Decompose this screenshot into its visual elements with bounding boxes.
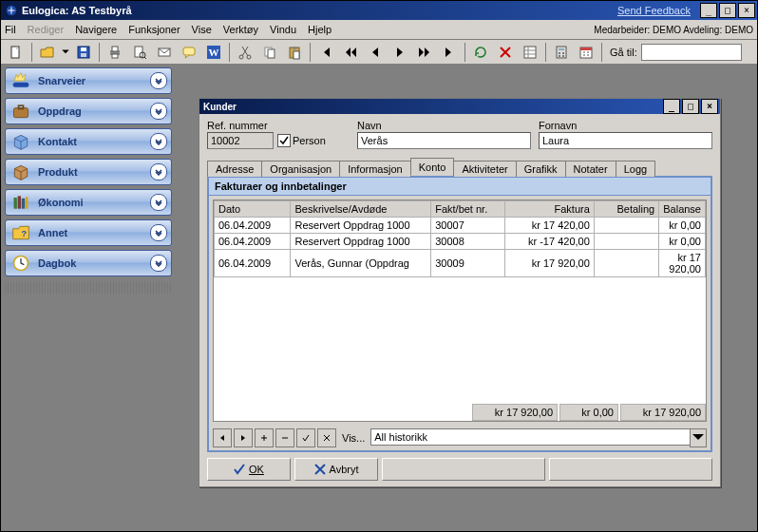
svg-rect-35 xyxy=(22,199,25,209)
svg-point-24 xyxy=(559,52,560,54)
goto-input[interactable] xyxy=(641,44,742,61)
tab-grafikk[interactable]: Grafikk xyxy=(516,161,566,177)
blank-button-2[interactable] xyxy=(549,458,712,481)
col-besk[interactable]: Beskrivelse/Avdøde xyxy=(291,201,431,218)
status-user: Medarbeider: DEMO Avdeling: DEMO xyxy=(594,25,753,35)
vis-combo[interactable] xyxy=(370,428,690,446)
totals-row: kr 17 920,00 kr 0,00 kr 17 920,00 xyxy=(214,404,706,421)
new-icon[interactable] xyxy=(5,41,28,64)
close-button[interactable]: × xyxy=(738,3,755,18)
calendar-icon[interactable] xyxy=(575,41,597,64)
nav-prev-icon[interactable] xyxy=(213,428,232,447)
sidebar-item-dagbok[interactable]: Dagbok xyxy=(5,250,172,276)
delete-icon[interactable] xyxy=(494,41,517,64)
chevron-down-icon xyxy=(150,224,167,241)
ok-button[interactable]: OK xyxy=(207,458,291,481)
vis-dropdown-icon[interactable] xyxy=(690,428,707,447)
prev-icon[interactable] xyxy=(364,41,387,64)
col-bet[interactable]: Betaling xyxy=(594,201,658,218)
print-preview-icon[interactable] xyxy=(128,41,151,64)
nav-post-icon[interactable] xyxy=(296,428,315,447)
navn-input[interactable] xyxy=(357,132,531,149)
sms-icon[interactable] xyxy=(178,41,200,64)
sidebar-item-okonomi[interactable]: Økonomi xyxy=(5,189,172,216)
nav-next-icon[interactable] xyxy=(234,428,253,447)
clock-icon xyxy=(9,253,32,274)
cancel-button[interactable]: Avbryt xyxy=(294,458,378,481)
col-fakt[interactable]: Faktura xyxy=(505,201,595,218)
ref-input[interactable] xyxy=(207,132,274,149)
sidebar-item-snarveier[interactable]: Snarveier xyxy=(5,67,172,94)
maximize-button[interactable]: □ xyxy=(719,3,736,18)
sidebar-item-oppdrag[interactable]: Oppdrag xyxy=(5,98,172,124)
send-feedback-link[interactable]: Send Feedback xyxy=(617,5,691,16)
save-icon[interactable] xyxy=(72,41,95,64)
tab-informasjon[interactable]: Informasjon xyxy=(339,161,410,177)
next-page-icon[interactable] xyxy=(413,41,436,64)
sidebar-item-produkt[interactable]: Produkt xyxy=(5,159,172,185)
refresh-icon[interactable] xyxy=(469,41,492,64)
table-row[interactable]: 06.04.2009 Reservert Oppdrag 1000 30008 … xyxy=(215,234,706,250)
cell-fakt: kr -17 420,00 xyxy=(505,234,595,250)
print-icon[interactable] xyxy=(104,41,126,64)
blank-button-1[interactable] xyxy=(382,458,545,481)
open-icon[interactable] xyxy=(36,41,59,64)
tab-konto[interactable]: Konto xyxy=(410,158,455,176)
menu-vindu[interactable]: Vindu xyxy=(270,24,296,35)
prev-page-icon[interactable] xyxy=(339,41,362,64)
mail-icon[interactable] xyxy=(153,41,176,64)
sidebar-grip[interactable] xyxy=(5,282,172,294)
total-betaling: kr 0,00 xyxy=(559,404,618,421)
open-dropdown[interactable] xyxy=(61,45,70,60)
list-icon[interactable] xyxy=(519,41,541,64)
nav-remove-icon[interactable] xyxy=(275,428,294,447)
first-icon[interactable] xyxy=(314,41,337,64)
nav-add-icon[interactable] xyxy=(255,428,274,447)
fornavn-input[interactable] xyxy=(539,132,712,149)
kunder-title: Kunder xyxy=(203,102,237,112)
person-checkbox[interactable]: Person xyxy=(277,134,326,147)
cut-icon[interactable] xyxy=(234,41,256,64)
invoice-grid[interactable]: Dato Beskrivelse/Avdøde Fakt/bet nr. Fak… xyxy=(214,200,706,277)
main-title: Eulogica: AS Testbyrå xyxy=(22,5,132,16)
next-icon[interactable] xyxy=(388,41,411,64)
tab-organisasjon[interactable]: Organisasjon xyxy=(261,161,340,177)
menu-hjelp[interactable]: Hjelp xyxy=(308,24,332,35)
main-toolbar: W Gå til: xyxy=(1,40,757,66)
tab-logg[interactable]: Logg xyxy=(616,161,655,177)
menu-funksjoner[interactable]: Funksjoner xyxy=(128,24,180,35)
sidebar-item-kontakt[interactable]: Kontakt xyxy=(5,128,172,155)
table-row[interactable]: 06.04.2009 Verås, Gunnar (Oppdrag 30009 … xyxy=(215,250,706,277)
cell-bal: kr 17 920,00 xyxy=(659,250,706,277)
sidebar-item-annet[interactable]: ? Annet xyxy=(5,219,172,246)
menu-vise[interactable]: Vise xyxy=(192,24,212,35)
child-maximize-button[interactable]: □ xyxy=(682,99,699,114)
konto-panel-title: Fakturaer og innbetalinger xyxy=(209,178,711,196)
table-row[interactable]: 06.04.2009 Reservert Oppdrag 1000 30007 … xyxy=(215,218,706,234)
last-icon[interactable] xyxy=(438,41,461,64)
col-dato[interactable]: Dato xyxy=(215,201,291,218)
svg-rect-34 xyxy=(18,196,21,208)
cell-nr: 30007 xyxy=(431,218,505,234)
menu-fil[interactable]: Fil xyxy=(5,24,16,35)
col-bal[interactable]: Balanse xyxy=(659,201,706,218)
menu-navigere[interactable]: Navigere xyxy=(75,24,117,35)
calc-icon[interactable] xyxy=(550,41,573,64)
menu-verktoy[interactable]: Verktøy xyxy=(223,24,258,35)
copy-icon[interactable] xyxy=(258,41,281,64)
kunder-titlebar[interactable]: Kunder _ □ × xyxy=(199,99,720,114)
col-nr[interactable]: Fakt/bet nr. xyxy=(431,201,505,218)
cell-besk: Reservert Oppdrag 1000 xyxy=(291,218,431,234)
cancel-label: Avbryt xyxy=(330,464,359,475)
sidebar-item-label: Økonomi xyxy=(38,197,84,208)
minimize-button[interactable]: _ xyxy=(700,3,717,18)
paste-icon[interactable] xyxy=(283,41,306,64)
child-close-button[interactable]: × xyxy=(701,99,718,114)
tab-aktiviteter[interactable]: Aktiviteter xyxy=(453,161,516,177)
word-icon[interactable]: W xyxy=(202,41,225,64)
tab-adresse[interactable]: Adresse xyxy=(207,161,262,177)
tab-notater[interactable]: Notater xyxy=(565,161,616,177)
child-minimize-button[interactable]: _ xyxy=(663,99,680,114)
nav-cancel-icon[interactable] xyxy=(317,428,336,447)
menu-rediger[interactable]: Rediger xyxy=(28,24,65,35)
